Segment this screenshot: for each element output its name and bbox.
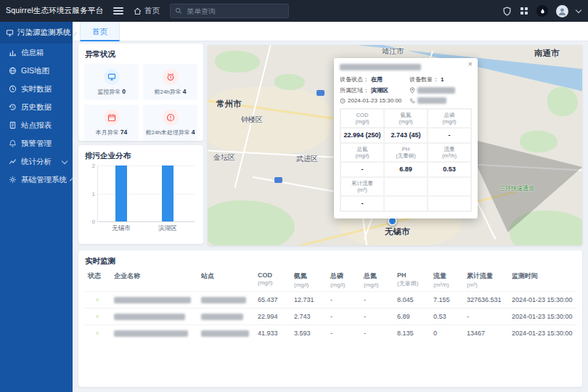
metric-header: 氨氮(mg/l)	[384, 109, 428, 128]
stat-label: 前24h异常	[154, 89, 181, 95]
metric-value: -	[340, 196, 384, 211]
sidebar-section-pollution-monitoring[interactable]: 污染源监测系统	[0, 22, 73, 44]
map-label-wujin: 武进区	[296, 154, 318, 164]
sidebar-item-realtime-data[interactable]: 实时数据	[0, 80, 73, 98]
stat-monitor-abnormal[interactable]: 监控异常0	[84, 64, 139, 100]
sidebar-item-gis-map[interactable]: GIS地图	[0, 62, 73, 80]
sidebar-item-label: 实时数据	[21, 84, 67, 94]
y-tick: 0	[85, 219, 95, 225]
site-name-redacted	[201, 330, 249, 337]
metric-value: -	[340, 162, 384, 177]
stat-24h-abnormal[interactable]: 前24h异常4	[143, 64, 197, 100]
device-count-label: 设备数量：	[409, 75, 438, 83]
shield-icon[interactable]	[502, 7, 512, 16]
metric-header: 总氮(mg/l)	[340, 143, 384, 162]
stat-month-abnormal[interactable]: 本月异常74	[84, 105, 139, 141]
enterprise-name-redacted	[114, 314, 185, 320]
realtime-table: 状态 企业名称 站点 COD(mg/l) 氨氮(mg/l) 总磷(mg/l) 总…	[84, 269, 576, 341]
monitor-alert-icon	[104, 69, 120, 85]
user-avatar[interactable]	[556, 5, 568, 17]
station-popup: × 设备状态：在用 设备数量：1 所属区域：滨湖区 2024-0	[334, 58, 478, 219]
green-area	[547, 87, 578, 116]
sidebar-item-label: 统计分析	[21, 157, 58, 167]
chevron-down-icon[interactable]	[576, 7, 581, 13]
metric-header: 流量(m³/h)	[428, 143, 471, 162]
metric-value-empty	[384, 196, 428, 211]
region-label: 所属区域：	[340, 86, 369, 94]
stat-label: 前24h未处理异常	[145, 129, 189, 136]
y-tick: 2	[85, 163, 95, 169]
stat-label: 监控异常	[97, 89, 121, 95]
sidebar-item-site-report[interactable]: 站点报表	[0, 116, 73, 134]
sidebar-item-warning-management[interactable]: 预警管理	[0, 134, 73, 152]
sidebar-item-label: 站点报表	[21, 121, 67, 131]
sidebar-item-history-data[interactable]: 历史数据	[0, 98, 73, 116]
sidebar-item-statistics[interactable]: 统计分析	[0, 152, 73, 171]
bell-icon	[9, 139, 17, 147]
map-label-zhonglou: 钟楼区	[241, 115, 263, 125]
green-area	[520, 131, 558, 152]
sidebar: 污染源监测系统 信息箱 GIS地图 实时数据 历史数据 站点报表 预警管理	[0, 22, 73, 392]
phone-icon	[409, 98, 415, 104]
y-tick: 1	[85, 191, 95, 197]
enterprise-name-redacted	[114, 297, 191, 303]
sidebar-item-inbox[interactable]: 信息箱	[0, 44, 73, 62]
sidebar-section-label: 污染源监测系统	[17, 28, 71, 38]
green-area	[208, 200, 295, 245]
search-input[interactable]	[185, 7, 284, 16]
history-icon	[9, 103, 17, 111]
table-row[interactable]: 41.9333.593 -- 8.1350 13467 2024-01-23 1…	[84, 325, 576, 342]
stat-label: 本月异常	[96, 129, 119, 136]
enterprise-distribution-card: 排污企业分布 2 1 0 无锡市 滨湖区	[78, 145, 203, 244]
home-icon	[134, 7, 142, 15]
gear-icon	[9, 176, 17, 184]
table-row[interactable]: 65.43712.731 -- 8.0457.155 327636.531 20…	[84, 292, 576, 309]
device-status-label: 设备状态：	[340, 75, 369, 83]
menu-search	[170, 4, 289, 18]
map-label-changzhou: 常州市	[216, 99, 242, 110]
stat-grid: 监控异常0 前24h异常4 本月异常74	[78, 62, 203, 147]
chevron-down-icon	[62, 158, 68, 163]
realtime-monitoring-title: 实时监测	[78, 250, 582, 269]
popup-time: 2024-01-23 15:30:00	[348, 97, 401, 104]
stat-value: 74	[121, 128, 127, 136]
top-bar-actions	[502, 5, 581, 17]
sidebar-item-label: 基础管理系统	[21, 175, 67, 185]
realtime-monitoring-card: 实时监测 状态 企业名称 站点 COD(mg/l) 氨氮(mg/l) 总磷(mg…	[78, 250, 582, 387]
urban-area	[208, 87, 331, 154]
road-shield-chip	[317, 90, 324, 96]
metric-value: 6.89	[384, 162, 428, 177]
stat-24h-unhandled-abnormal[interactable]: 前24h未处理异常4	[143, 105, 197, 141]
x-category: 滨湖区	[146, 224, 189, 233]
water-drop-badge-icon[interactable]	[536, 5, 548, 17]
table-row[interactable]: 22.9942.743 -- 6.890.53 - 2024-01-23 15:…	[84, 309, 576, 325]
gis-map[interactable]: 靖江市 南通市 常州市 钟楼区 金坛区 武进区 无锡市 三环快速通道 × 设备状…	[208, 45, 582, 245]
close-icon[interactable]: ×	[468, 60, 473, 68]
home-breadcrumb[interactable]: 首页	[134, 6, 160, 16]
x-category: 无锡市	[99, 224, 143, 233]
site-name-redacted	[201, 314, 243, 320]
main-content: 首页 更多 异常状况 监控异常0 前24h异常4	[73, 22, 588, 392]
sidebar-item-label: 信息箱	[21, 48, 67, 58]
location-pin-icon	[409, 87, 415, 94]
abnormal-status-card: 异常状况 监控异常0 前24h异常4	[78, 44, 203, 141]
metric-header-empty	[428, 177, 471, 196]
menu-toggle-icon[interactable]	[113, 7, 123, 15]
metric-header: 累计流量(m³)	[340, 177, 384, 196]
sidebar-item-basic-management[interactable]: 基础管理系统	[0, 171, 73, 189]
sidebar-item-label: 预警管理	[21, 139, 67, 149]
tab-home[interactable]: 首页	[80, 22, 120, 41]
station-name-redacted	[340, 64, 421, 70]
green-area	[215, 51, 260, 73]
phone-redacted	[417, 97, 446, 104]
green-area	[274, 74, 305, 90]
device-status-value: 在用	[371, 75, 383, 83]
app-logo: Squirrel生态环境云服务平台	[6, 6, 103, 16]
home-breadcrumb-label: 首页	[144, 6, 160, 16]
apps-grid-icon[interactable]	[520, 7, 528, 15]
search-icon	[175, 7, 182, 15]
region-value: 滨湖区	[371, 86, 388, 94]
enterprise-distribution-title: 排污企业分布	[78, 145, 203, 164]
alert-circle-icon	[163, 110, 179, 126]
monitor-icon	[6, 29, 14, 37]
